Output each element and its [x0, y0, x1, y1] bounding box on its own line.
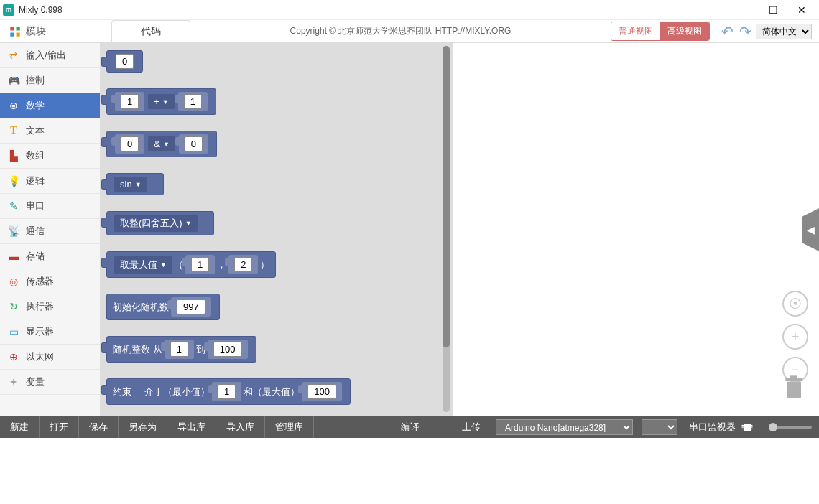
operand-b[interactable]: 0 [185, 136, 203, 151]
block-trig[interactable]: sin▼ [106, 173, 164, 195]
sidebar-item-10[interactable]: ↻执行器 [0, 294, 100, 319]
constrain-max[interactable]: 100 [307, 384, 336, 399]
compile-button[interactable]: 编译 [391, 416, 430, 438]
maximize-button[interactable]: ☐ [759, 1, 787, 19]
saveas-button[interactable]: 另存为 [119, 416, 167, 438]
block-random-seed[interactable]: 初始化随机数 997 [106, 294, 220, 320]
constrain-min[interactable]: 1 [218, 384, 236, 399]
close-button[interactable]: ✕ [787, 1, 816, 19]
category-icon: ▙ [7, 149, 20, 162]
sidebar-item-12[interactable]: ⊕以太网 [0, 345, 100, 370]
category-icon: 💡 [7, 174, 20, 187]
trig-dropdown[interactable]: sin▼ [114, 177, 147, 192]
app-icon: m [3, 4, 14, 16]
operand-a[interactable]: 1 [121, 94, 139, 109]
workspace: 0 1 +▼ 1 0 &▼ 0 [101, 43, 819, 416]
module-tab[interactable]: 模块 [0, 20, 111, 42]
code-tab[interactable]: 代码 [111, 20, 190, 42]
svg-rect-0 [785, 378, 802, 381]
serial-monitor-button[interactable]: 串口监视器 [682, 416, 762, 438]
minimize-button[interactable]: — [730, 1, 759, 19]
randint-to[interactable]: 100 [213, 342, 242, 357]
undo-button[interactable]: ↶ [721, 23, 734, 40]
save-button[interactable]: 保存 [79, 416, 119, 438]
open-button[interactable]: 打开 [40, 416, 79, 438]
export-button[interactable]: 导出库 [167, 416, 216, 438]
board-select[interactable]: Arduino Nano[atmega328] [496, 419, 633, 435]
copyright-text: Copyright © 北京师范大学米思齐团队 HTTP://MIXLY.ORG [190, 25, 611, 37]
randint-label1: 随机整数 从 [113, 343, 162, 356]
block-constrain[interactable]: 约束 介于（最小值） 1 和（最大值） 100 [106, 378, 351, 405]
block-round[interactable]: 取整(四舍五入)▼ [106, 211, 214, 235]
sidebar-item-4[interactable]: ▙数组 [0, 144, 100, 169]
randseed-label: 初始化随机数 [113, 301, 169, 314]
port-select[interactable] [642, 419, 677, 435]
randint-from[interactable]: 1 [170, 342, 188, 357]
sidebar-item-7[interactable]: 📡通信 [0, 219, 100, 244]
puzzle-icon [9, 25, 22, 38]
category-label: 存储 [26, 250, 45, 263]
window-controls: — ☐ ✕ [730, 1, 816, 19]
slider-thumb[interactable] [769, 423, 777, 431]
number-input[interactable]: 0 [116, 54, 134, 69]
category-icon: ⊜ [7, 99, 20, 112]
max-a[interactable]: 1 [191, 257, 209, 272]
sidebar-item-3[interactable]: T文本 [0, 118, 100, 144]
new-button[interactable]: 新建 [0, 416, 40, 438]
sidebar-item-9[interactable]: ◎传感器 [0, 269, 100, 294]
operand-b[interactable]: 1 [184, 94, 202, 109]
chip-icon [740, 420, 754, 434]
import-button[interactable]: 导入库 [216, 416, 265, 438]
randseed-value[interactable]: 997 [177, 299, 205, 314]
constrain-label3: 和（最大值） [244, 386, 300, 398]
max-dropdown[interactable]: 取最大值▼ [114, 256, 172, 274]
center-button[interactable]: ⦿ [782, 291, 808, 317]
module-label: 模块 [26, 25, 46, 38]
zoom-slider[interactable] [769, 426, 812, 429]
category-label: 执行器 [26, 300, 54, 313]
category-icon: T [7, 124, 20, 137]
block-number[interactable]: 0 [106, 50, 143, 73]
category-label: 传感器 [26, 275, 54, 288]
category-label: 控制 [26, 74, 45, 87]
sidebar-item-11[interactable]: ▭显示器 [0, 319, 100, 345]
language-select[interactable]: 简体中文 [756, 24, 812, 39]
category-icon: 📡 [7, 225, 20, 238]
zoom-controls: ⦿ + − [782, 291, 808, 383]
titlebar: m Mixly 0.998 — ☐ ✕ [0, 0, 819, 20]
operator-dropdown[interactable]: &▼ [148, 136, 175, 151]
sidebar-item-1[interactable]: 🎮控制 [0, 68, 100, 93]
category-label: 以太网 [26, 350, 54, 363]
max-b[interactable]: 2 [234, 257, 252, 272]
sidebar-item-8[interactable]: ▬存储 [0, 244, 100, 269]
category-label: 输入/输出 [26, 49, 66, 62]
block-palette: 0 1 +▼ 1 0 &▼ 0 [101, 43, 453, 416]
category-icon: ↻ [7, 300, 20, 313]
sidebar-item-2[interactable]: ⊜数学 [0, 93, 100, 118]
sidebar-item-5[interactable]: 💡逻辑 [0, 169, 100, 194]
operand-a[interactable]: 0 [121, 136, 139, 151]
category-label: 逻辑 [26, 174, 45, 187]
view-advanced-button[interactable]: 高级视图 [660, 22, 709, 40]
sidebar-item-13[interactable]: ✦变量 [0, 370, 100, 395]
manage-button[interactable]: 管理库 [265, 416, 314, 438]
redo-button[interactable]: ↷ [739, 23, 751, 40]
palette-scrollbar[interactable] [443, 46, 450, 412]
block-bitwise[interactable]: 0 &▼ 0 [106, 131, 217, 157]
top-toolbar: 模块 代码 Copyright © 北京师范大学米思齐团队 HTTP://MIX… [0, 20, 819, 43]
svg-rect-2 [744, 424, 751, 431]
view-normal-button[interactable]: 普通视图 [611, 22, 660, 40]
block-random-int[interactable]: 随机整数 从 1 到 100 [106, 336, 256, 363]
scrollbar-thumb[interactable] [443, 46, 450, 347]
block-max[interactable]: 取最大值▼ （ 1 ， 2 ） [106, 251, 276, 278]
sidebar-item-0[interactable]: ⇄输入/输出 [0, 43, 100, 68]
operator-dropdown[interactable]: +▼ [148, 94, 175, 109]
block-arithmetic[interactable]: 1 +▼ 1 [106, 88, 216, 115]
category-icon: ✎ [7, 200, 20, 213]
trash-icon[interactable] [779, 373, 808, 402]
main-area: ⇄输入/输出🎮控制⊜数学T文本▙数组💡逻辑✎串口📡通信▬存储◎传感器↻执行器▭显… [0, 43, 819, 416]
sidebar-item-6[interactable]: ✎串口 [0, 194, 100, 219]
upload-button[interactable]: 上传 [452, 416, 491, 438]
round-dropdown[interactable]: 取整(四舍五入)▼ [114, 215, 198, 232]
zoom-in-button[interactable]: + [782, 324, 808, 350]
